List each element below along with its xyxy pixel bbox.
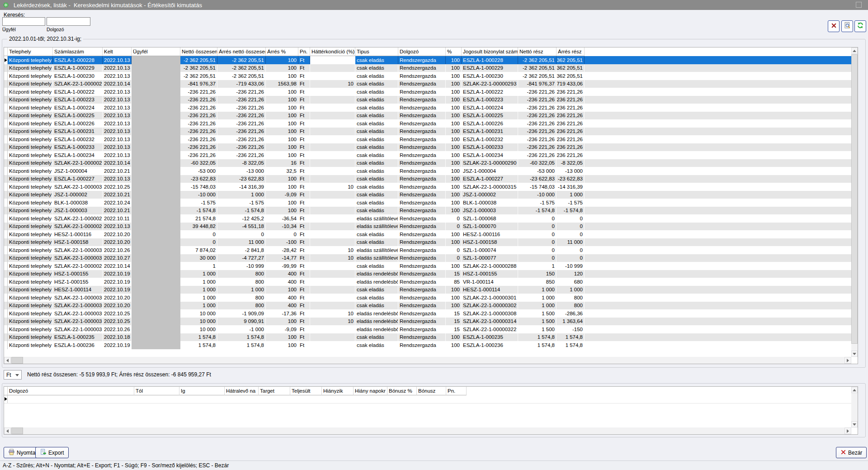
grid-cell[interactable]: 1 000 <box>518 286 557 294</box>
table-row[interactable]: Központi telephelyBLK-1-0000382022.10.24… <box>4 199 851 207</box>
grid-cell[interactable]: 100 <box>446 238 462 247</box>
grid-cell[interactable]: -1 575 <box>557 199 585 207</box>
grid-cell[interactable] <box>310 167 355 175</box>
grid-cell[interactable]: -4 727,27 <box>217 254 266 262</box>
grid-cell[interactable]: Központi telephely <box>8 88 53 96</box>
grid-cell[interactable] <box>310 88 355 96</box>
column-header[interactable]: Ig <box>179 387 225 395</box>
table-row[interactable]: Központi telephelyHSZ-1-0001552022.10.19… <box>4 270 851 278</box>
grid-cell[interactable]: JSZ-1-000003 <box>462 207 518 215</box>
grid-cell[interactable]: Ft <box>298 128 310 136</box>
grid-cell[interactable]: ESZLA-1-000224 <box>462 104 518 112</box>
grid-cell[interactable]: 2022.10.25 <box>103 309 132 318</box>
grid-cell[interactable]: -236 221,26 <box>217 96 266 104</box>
grid-cell[interactable] <box>132 262 180 270</box>
grid-cell[interactable]: Ft <box>298 64 310 72</box>
grid-cell[interactable]: 150 <box>518 270 557 278</box>
grid-cell[interactable]: csak eladás <box>355 175 398 183</box>
grid-cell[interactable]: ESZLA-1-000230 <box>53 72 103 80</box>
grid-cell[interactable]: -10 999 <box>217 262 266 270</box>
grid-cell[interactable]: -841 976,37 <box>518 80 557 88</box>
grid-cell[interactable]: 2022.10.20 <box>103 294 132 302</box>
grid-cell[interactable]: -236 221,26 <box>180 143 217 152</box>
grid-cell[interactable]: -1 574,8 <box>180 207 217 215</box>
grid-cell[interactable]: Ft <box>298 151 310 159</box>
grid-cell[interactable]: -1 574,8 <box>557 207 585 215</box>
grid-cell[interactable] <box>310 262 355 270</box>
grid-cell[interactable]: -17,36 <box>266 309 298 318</box>
grid-cell[interactable]: -236 221,26 <box>557 112 585 120</box>
grid-cell[interactable]: -1 574,8 <box>217 207 266 215</box>
grid-cell[interactable]: 100 <box>446 135 462 143</box>
grid-cell[interactable]: Ft <box>298 302 310 310</box>
grid-cell[interactable]: csak eladás <box>355 143 398 152</box>
grid-cell[interactable]: ESZLA-1-000234 <box>53 151 103 159</box>
grid-cell[interactable]: csak eladás <box>355 96 398 104</box>
grid-cell[interactable] <box>132 191 180 199</box>
grid-cell[interactable]: Ft <box>298 72 310 80</box>
grid-cell[interactable]: SZL-1-000074 <box>462 246 518 254</box>
grid-cell[interactable]: ESZLA-1-000231 <box>53 128 103 136</box>
grid-cell[interactable]: Rendszergazda <box>398 183 446 191</box>
grid-cell[interactable]: -236 221,26 <box>217 151 266 159</box>
grid-cell[interactable]: 10 000 <box>180 325 217 333</box>
scroll-left-icon[interactable] <box>4 427 11 434</box>
grid-cell[interactable]: -236 221,26 <box>518 128 557 136</box>
grid-cell[interactable]: 2022.10.13 <box>103 175 132 183</box>
grid-cell[interactable]: SZLAK-22-1-00000315 <box>462 183 518 191</box>
grid-cell[interactable]: 30 000 <box>180 254 217 262</box>
grid-cell[interactable]: Rendszergazda <box>398 104 446 112</box>
grid-cell[interactable] <box>310 143 355 152</box>
grid-cell[interactable]: Központi telephely <box>8 238 53 247</box>
grid-cell[interactable]: SZL-1-000077 <box>462 254 518 262</box>
grid-cell[interactable] <box>132 223 180 231</box>
grid-cell[interactable]: -236 221,26 <box>217 112 266 120</box>
grid-cell[interactable]: -23 622,83 <box>217 175 266 183</box>
grid-cell[interactable]: Rendszergazda <box>398 333 446 342</box>
column-header[interactable]: Bónusz % <box>387 387 417 395</box>
grid-cell[interactable]: HESZ-1-000114 <box>462 286 518 294</box>
table-row[interactable]: Központi telephelyESZLA-1-0002312022.10.… <box>4 128 851 136</box>
grid-cell[interactable] <box>132 64 180 72</box>
column-header[interactable]: Kelt <box>103 47 132 56</box>
grid-cell[interactable]: -2 362 205,51 <box>180 72 217 80</box>
grid-cell[interactable] <box>132 325 180 333</box>
grid-cell[interactable]: SZLAK-22-1-00000322 <box>462 325 518 333</box>
grid-cell[interactable]: -8 322,05 <box>557 159 585 167</box>
grid-cell[interactable]: 0 <box>557 254 585 262</box>
grid-cell[interactable]: -2 362 205,51 <box>180 64 217 72</box>
grid-cell[interactable]: -28,42 <box>266 246 298 254</box>
column-header[interactable]: Pn. <box>298 47 310 56</box>
grid-cell[interactable] <box>310 151 355 159</box>
grid-cell[interactable]: csak eladás <box>355 128 398 136</box>
grid-cell[interactable]: -236 221,26 <box>180 96 217 104</box>
grid-cell[interactable]: 32,5 <box>266 167 298 175</box>
grid-cell[interactable]: 100 <box>266 112 298 120</box>
grid-cell[interactable]: Ft <box>298 143 310 152</box>
grid-cell[interactable]: 100 <box>446 151 462 159</box>
clear-button[interactable] <box>828 20 840 32</box>
grid-cell[interactable]: 2022.10.19 <box>103 270 132 278</box>
grid-cell[interactable]: 21 574,8 <box>180 214 217 223</box>
grid-cell[interactable] <box>310 230 355 238</box>
grid-cell[interactable]: 100 <box>266 175 298 183</box>
grid-cell[interactable]: Ft <box>298 88 310 96</box>
grid-cell[interactable]: -236 221,26 <box>518 119 557 128</box>
grid-cell[interactable] <box>310 159 355 167</box>
grid-cell[interactable]: 0 <box>446 246 462 254</box>
scrollbar-thumb[interactable] <box>851 54 858 344</box>
grid-cell[interactable] <box>310 72 355 80</box>
grid-cell[interactable]: SZLAK-22-1-00000287 <box>53 223 103 231</box>
grid-cell[interactable]: 2022.10.14 <box>103 262 132 270</box>
grid-cell[interactable]: 0 <box>518 223 557 231</box>
grid-cell[interactable]: Központi telephely <box>8 278 53 286</box>
grid-cell[interactable]: -236 221,26 <box>217 119 266 128</box>
grid-cell[interactable]: -1 574,8 <box>518 207 557 215</box>
grid-cell[interactable]: Ft <box>298 341 310 349</box>
grid-cell[interactable]: eladás rendelésből <box>355 309 398 318</box>
grid-cell[interactable]: HESZ-1-000114 <box>53 286 103 294</box>
grid-cell[interactable]: 1 000 <box>180 278 217 286</box>
grid-cell[interactable]: -53 000 <box>518 167 557 175</box>
grid-cell[interactable]: -23 622,83 <box>518 175 557 183</box>
grid-cell[interactable]: 0 <box>557 214 585 223</box>
